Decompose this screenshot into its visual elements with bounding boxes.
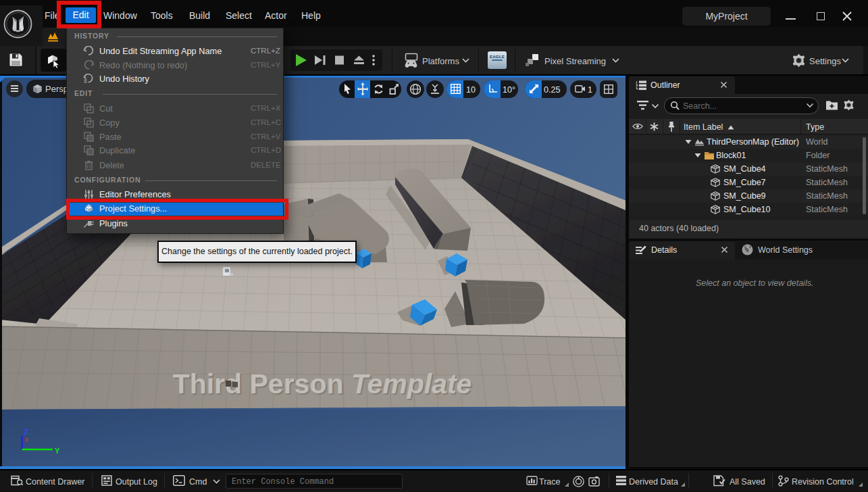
svg-text:Third Person Template: Third Person Template <box>173 368 472 399</box>
svg-text:X: X <box>24 437 28 443</box>
svg-text:Y: Y <box>55 447 60 455</box>
svg-text:Z: Z <box>24 428 28 436</box>
